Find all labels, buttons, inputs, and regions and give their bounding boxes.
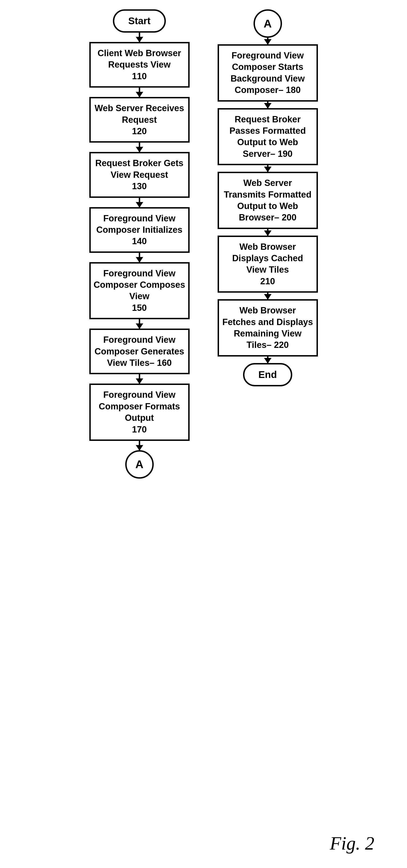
process-text: Web Browser Fetches and Displays Remaini… (222, 306, 313, 350)
process-num: 220 (274, 340, 289, 350)
terminal-end: End (243, 363, 292, 386)
arrow (267, 229, 268, 236)
process-text: Request Broker Passes Formatted Output t… (230, 115, 306, 159)
column-2: A Foreground View Composer Starts Backgr… (217, 9, 318, 386)
process-130: Request Broker Gets View Request 130 (89, 152, 190, 197)
process-text: Client Web Browser Requests View (97, 48, 181, 69)
process-text: Foreground View Composer Initializes (96, 213, 183, 235)
process-140: Foreground View Composer Initializes 140 (89, 207, 190, 253)
process-num: 180 (286, 85, 301, 95)
process-text: Foreground View Composer Composes View (93, 269, 185, 301)
arrow (139, 143, 140, 152)
arrow (139, 33, 140, 42)
connector-a-top: A (254, 9, 282, 38)
process-110: Client Web Browser Requests View 110 (89, 42, 190, 88)
arrow (139, 253, 140, 262)
arrow (267, 102, 268, 108)
arrow (267, 356, 268, 363)
flowchart: Start Client Web Browser Requests View 1… (9, 9, 398, 478)
arrow (139, 88, 140, 97)
process-200: Web Server Transmits Formatted Output to… (217, 172, 318, 229)
process-num: 170 (132, 425, 147, 434)
arrow (139, 374, 140, 383)
process-num: 190 (278, 149, 292, 159)
process-190: Request Broker Passes Formatted Output t… (217, 108, 318, 165)
arrow (139, 441, 140, 450)
arrow (267, 293, 268, 299)
column-1: Start Client Web Browser Requests View 1… (89, 9, 190, 478)
process-210: Web Browser Displays Cached View Tiles 2… (217, 236, 318, 293)
arrow (267, 38, 268, 44)
process-text: Web Browser Displays Cached View Tiles (232, 242, 303, 275)
process-num: 210 (260, 276, 275, 286)
arrow (267, 165, 268, 172)
arrow (139, 198, 140, 207)
arrow (139, 319, 140, 329)
process-180: Foreground View Composer Starts Backgrou… (217, 44, 318, 102)
terminal-start: Start (113, 9, 166, 33)
process-text: Web Server Receives Request (95, 103, 184, 124)
process-num: 200 (282, 213, 296, 222)
process-num: 160 (157, 358, 172, 368)
process-150: Foreground View Composer Composes View 1… (89, 262, 190, 319)
process-num: 150 (132, 303, 147, 313)
process-text: Request Broker Gets View Request (95, 158, 183, 179)
process-120: Web Server Receives Request 120 (89, 97, 190, 143)
process-220: Web Browser Fetches and Displays Remaini… (217, 299, 318, 356)
process-text: Web Server Transmits Formatted Output to… (224, 178, 312, 222)
process-160: Foreground View Composer Generates View … (89, 329, 190, 374)
process-text: Foreground View Composer Formats Output (99, 390, 180, 423)
process-num: 120 (132, 126, 147, 136)
process-num: 110 (132, 71, 147, 81)
process-170: Foreground View Composer Formats Output … (89, 383, 190, 441)
process-num: 140 (132, 236, 147, 246)
process-num: 130 (132, 181, 147, 191)
connector-a-bottom: A (125, 450, 154, 478)
